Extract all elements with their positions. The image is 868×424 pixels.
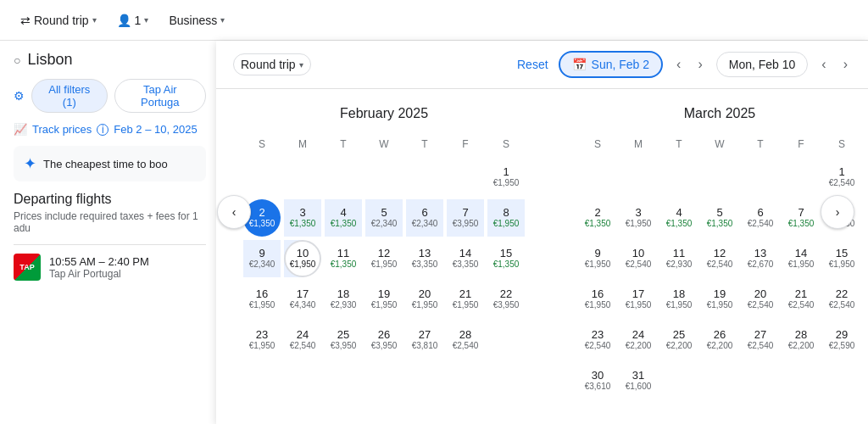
chevron-down-icon: ▾ xyxy=(92,15,97,25)
cabin-class-btn[interactable]: Business ▾ xyxy=(162,10,231,31)
passengers-btn[interactable]: 👤 1 ▾ xyxy=(110,10,156,31)
chevron-down-icon-3: ▾ xyxy=(220,15,225,25)
trip-type-label: Round trip xyxy=(34,14,89,27)
cabin-class-label: Business xyxy=(169,14,217,27)
passengers-label: 1 xyxy=(135,14,142,27)
top-bar: ⇄ Round trip ▾ 👤 1 ▾ Business ▾ xyxy=(0,0,868,41)
trip-type-btn[interactable]: ⇄ Round trip ▾ xyxy=(14,10,103,31)
sync-icon: ⇄ xyxy=(20,14,31,27)
chevron-down-icon-2: ▾ xyxy=(144,15,148,25)
person-icon: 👤 xyxy=(117,14,131,27)
